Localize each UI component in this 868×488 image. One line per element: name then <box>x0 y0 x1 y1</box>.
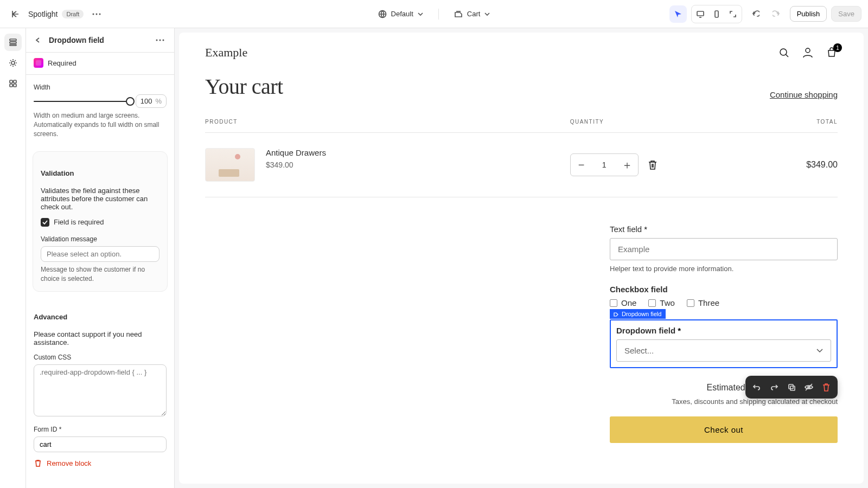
page-selector-label: Cart <box>467 10 481 18</box>
required-checkbox-label: Field is required <box>54 218 104 226</box>
col-quantity-label: QUANTITY <box>570 119 716 125</box>
svg-point-14 <box>156 40 158 41</box>
width-value-input[interactable]: 100 % <box>136 94 167 108</box>
storefront-search-button[interactable] <box>778 47 790 59</box>
app-name: Required <box>48 59 76 67</box>
checkbox-field-block: Checkbox field One Two Three <box>610 285 838 307</box>
quantity-decrease-button[interactable]: − <box>571 154 592 176</box>
block-duplicate-button[interactable] <box>783 379 800 395</box>
form-id-input[interactable] <box>34 436 167 452</box>
checkbox-unchecked-icon <box>687 299 694 307</box>
block-move-down-button[interactable] <box>766 379 782 395</box>
checkbox-option-three[interactable]: Three <box>687 298 719 307</box>
product-thumbnail[interactable] <box>205 148 255 182</box>
svg-point-2 <box>99 13 101 15</box>
line-total: $349.00 <box>716 160 838 170</box>
validation-message-input[interactable] <box>41 246 159 262</box>
cart-table-head: PRODUCT QUANTITY TOTAL <box>205 119 838 133</box>
context-default-label: Default <box>391 10 413 18</box>
dropdown-select[interactable]: Select... <box>616 339 831 362</box>
text-field-input[interactable] <box>610 238 838 260</box>
context-switcher-default[interactable]: Default <box>373 7 429 22</box>
redo-button[interactable] <box>768 5 786 23</box>
dropdown-placeholder: Select... <box>624 346 654 355</box>
validation-message-label: Validation message <box>41 235 159 243</box>
validation-desc: Validates the field against these attrib… <box>41 187 159 211</box>
storefront-cart-button[interactable]: 1 <box>826 47 838 59</box>
publish-button[interactable]: Publish <box>790 6 827 22</box>
col-total-label: TOTAL <box>716 119 838 125</box>
width-unit: % <box>155 97 162 105</box>
page-title: Your cart <box>205 74 283 99</box>
cart-line-item: Antique Drawers $349.00 − 1 ＋ $349.00 <box>205 133 838 197</box>
quantity-increase-button[interactable]: ＋ <box>616 154 638 176</box>
required-checkbox[interactable]: Field is required <box>41 218 159 227</box>
width-section: Width 100 % Width on medium and large sc… <box>26 75 174 147</box>
viewport-fullscreen-button[interactable] <box>725 7 741 22</box>
svg-rect-19 <box>789 384 793 389</box>
page-selector[interactable]: Cart <box>449 7 496 22</box>
remove-line-item-button[interactable] <box>646 158 659 171</box>
svg-rect-8 <box>10 44 16 46</box>
viewport-switcher <box>691 5 742 23</box>
block-hide-button[interactable] <box>801 379 817 395</box>
block-move-up-button[interactable] <box>749 379 765 395</box>
viewport-mobile-button[interactable] <box>709 7 724 22</box>
storefront-account-button[interactable] <box>802 47 814 59</box>
svg-point-1 <box>96 13 98 15</box>
width-help: Width on medium and large screens. Autom… <box>34 111 167 138</box>
svg-rect-11 <box>14 80 16 83</box>
draft-badge: Draft <box>62 10 84 18</box>
dropdown-field-block-selected[interactable]: Dropdown field Dropdown field Select... <box>610 319 838 368</box>
svg-point-0 <box>93 13 94 15</box>
validation-title: Validation <box>41 169 159 177</box>
checkbox-option-one[interactable]: One <box>610 298 636 307</box>
checkbox-field-label: Checkbox field <box>610 285 838 294</box>
svg-rect-6 <box>10 39 16 41</box>
svg-rect-20 <box>790 386 795 390</box>
inspector-tool-button[interactable] <box>669 5 687 23</box>
svg-rect-12 <box>10 84 12 87</box>
width-label: Width <box>34 84 167 91</box>
viewport-desktop-button[interactable] <box>693 7 708 22</box>
checkbox-unchecked-icon <box>648 299 656 307</box>
topbar: Spotlight Draft Default Cart Publish <box>0 0 868 28</box>
settings-sidebar: Dropdown field Required Width 100 % Wid <box>26 28 175 488</box>
exit-editor-button[interactable] <box>7 5 24 23</box>
sidebar-back-button[interactable] <box>31 34 44 47</box>
storefront-logo[interactable]: Example <box>205 46 778 60</box>
form-id-label: Form ID * <box>34 426 167 433</box>
continue-shopping-link[interactable]: Continue shopping <box>770 90 838 99</box>
custom-css-input[interactable] <box>34 364 167 416</box>
remove-block-button[interactable]: Remove block <box>26 452 174 474</box>
checkbox-option-two[interactable]: Two <box>648 298 675 307</box>
save-button: Save <box>831 6 861 22</box>
svg-rect-7 <box>10 42 16 43</box>
validation-card: Validation Validates the field against t… <box>33 151 168 291</box>
selection-overlay-tag: Dropdown field <box>610 309 666 319</box>
product-name[interactable]: Antique Drawers <box>266 148 326 157</box>
text-field-help: Helper text to provide more information. <box>610 265 838 273</box>
advanced-desc: Please contact support if you need assis… <box>34 330 167 346</box>
sidebar-more-button[interactable] <box>154 34 167 47</box>
width-value: 100 <box>141 97 152 105</box>
cart-count-badge: 1 <box>833 43 842 52</box>
rail-apps-button[interactable] <box>4 75 22 92</box>
undo-button[interactable] <box>746 5 764 23</box>
quantity-stepper: − 1 ＋ <box>570 153 639 176</box>
text-field-label: Text field <box>610 224 838 234</box>
checkout-button[interactable]: Check out <box>610 416 838 443</box>
store-name: Spotlight <box>28 10 58 18</box>
more-actions-button[interactable] <box>88 5 105 23</box>
chevron-down-icon <box>816 349 823 353</box>
col-product-label: PRODUCT <box>205 119 570 125</box>
sidebar-title: Dropdown field <box>49 36 149 44</box>
rail-theme-settings-button[interactable] <box>4 54 22 72</box>
separator <box>438 9 439 20</box>
svg-rect-10 <box>10 80 12 83</box>
block-delete-button[interactable] <box>818 379 834 395</box>
width-slider[interactable] <box>34 97 130 106</box>
block-actions-toolbar <box>745 376 838 399</box>
rail-sections-button[interactable] <box>4 34 22 51</box>
checkbox-checked-icon <box>41 218 49 227</box>
